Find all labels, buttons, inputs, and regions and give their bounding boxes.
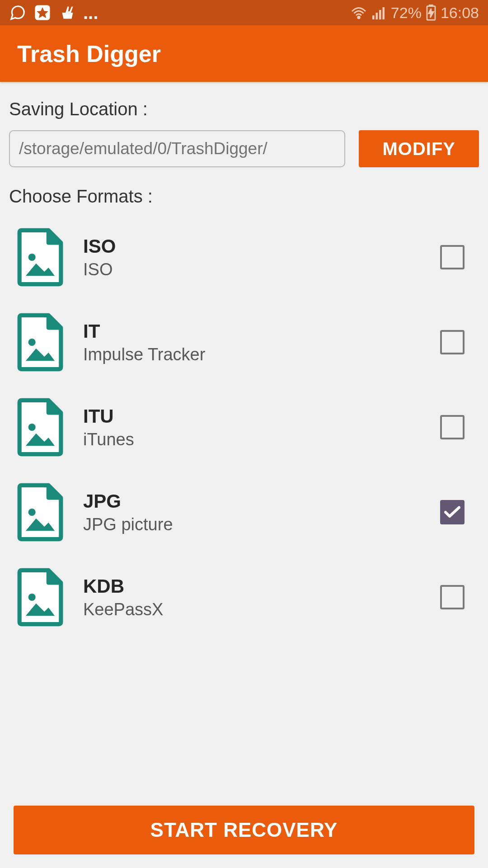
svg-marker-9 <box>429 9 434 18</box>
format-list: ISO ISO IT Impulse Tracker ITU iTunes JP… <box>9 215 479 640</box>
list-item[interactable]: JPG JPG picture <box>9 470 479 555</box>
image-file-icon <box>15 567 65 627</box>
image-file-icon <box>15 227 65 287</box>
battery-percent: 72% <box>391 4 422 22</box>
wifi-icon <box>350 6 367 19</box>
format-desc: KeePassX <box>83 600 422 619</box>
format-name: ISO <box>83 236 422 257</box>
status-bar: ... 72% 16:08 <box>0 0 488 25</box>
svg-rect-8 <box>429 5 432 6</box>
status-right: 72% 16:08 <box>350 4 479 22</box>
format-text: JPG JPG picture <box>83 491 422 534</box>
status-left-icons: ... <box>9 4 98 22</box>
image-file-icon <box>15 397 65 457</box>
svg-rect-6 <box>382 7 385 19</box>
svg-point-2 <box>358 16 360 19</box>
format-checkbox[interactable] <box>440 415 465 439</box>
format-name: IT <box>83 321 422 342</box>
signal-icon <box>372 6 386 19</box>
location-row: MODIFY <box>9 130 479 167</box>
modify-button[interactable]: MODIFY <box>359 130 479 167</box>
list-item[interactable]: ISO ISO <box>9 215 479 300</box>
format-text: ISO ISO <box>83 236 422 279</box>
main-content: Saving Location : MODIFY Choose Formats … <box>0 82 488 649</box>
svg-rect-3 <box>372 15 375 19</box>
location-input[interactable] <box>9 130 345 167</box>
svg-point-10 <box>28 254 36 261</box>
svg-rect-4 <box>375 13 378 19</box>
overflow-icon: ... <box>83 4 98 22</box>
format-text: ITU iTunes <box>83 406 422 449</box>
image-file-icon <box>15 312 65 372</box>
app-title: Trash Digger <box>17 40 161 67</box>
formats-label: Choose Formats : <box>9 177 479 215</box>
list-item[interactable]: IT Impulse Tracker <box>9 300 479 385</box>
battery-icon <box>426 5 436 21</box>
format-checkbox[interactable] <box>440 245 465 269</box>
app-bar: Trash Digger <box>0 25 488 82</box>
format-text: KDB KeePassX <box>83 576 422 619</box>
svg-point-14 <box>28 594 36 601</box>
whatsapp-icon <box>9 4 26 21</box>
format-checkbox[interactable] <box>440 330 465 354</box>
cleaner-icon <box>59 5 75 21</box>
format-name: JPG <box>83 491 422 512</box>
list-item[interactable]: ITU iTunes <box>9 385 479 470</box>
svg-point-11 <box>28 339 36 346</box>
format-desc: iTunes <box>83 430 422 449</box>
svg-point-13 <box>28 509 36 516</box>
format-desc: JPG picture <box>83 515 422 534</box>
format-desc: Impulse Tracker <box>83 345 422 364</box>
svg-rect-5 <box>379 10 381 19</box>
format-checkbox[interactable] <box>440 500 465 524</box>
format-name: KDB <box>83 576 422 597</box>
format-desc: ISO <box>83 260 422 279</box>
clock-time: 16:08 <box>441 4 479 22</box>
list-item[interactable]: KDB KeePassX <box>9 555 479 640</box>
star-icon <box>34 5 51 21</box>
image-file-icon <box>15 482 65 542</box>
format-name: ITU <box>83 406 422 427</box>
format-checkbox[interactable] <box>440 585 465 609</box>
start-recovery-button[interactable]: START RECOVERY <box>14 806 474 854</box>
format-text: IT Impulse Tracker <box>83 321 422 364</box>
svg-point-12 <box>28 424 36 431</box>
saving-location-label: Saving Location : <box>9 91 479 130</box>
